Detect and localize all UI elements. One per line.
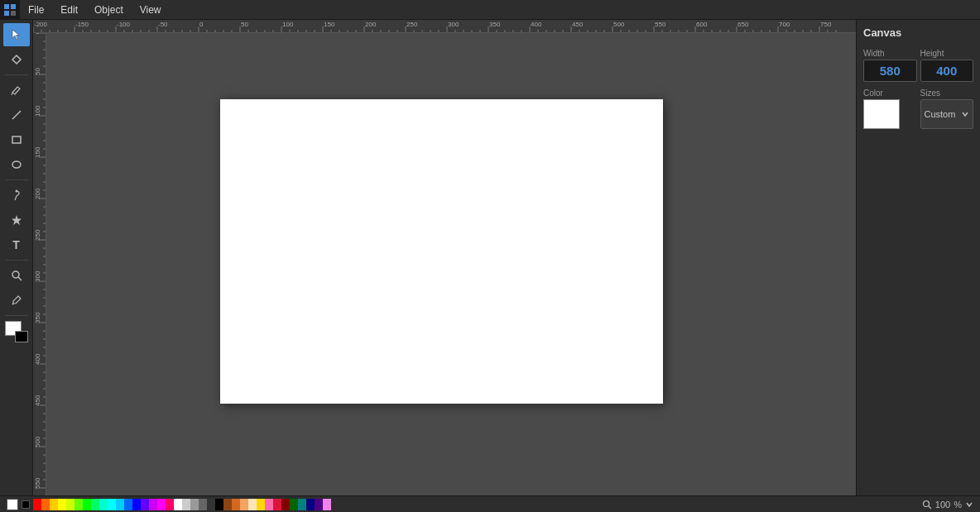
svg-marker-4 xyxy=(12,30,19,40)
height-value[interactable]: 400 xyxy=(920,60,974,82)
pencil-tool[interactable] xyxy=(3,79,30,102)
select-tool[interactable] xyxy=(3,23,30,46)
height-label: Height xyxy=(920,49,974,58)
fg-indicator xyxy=(7,499,18,510)
star-tool[interactable] xyxy=(3,208,30,232)
color-palette xyxy=(33,499,331,510)
svg-line-13 xyxy=(18,277,22,280)
rect-tool[interactable] xyxy=(3,128,30,151)
menu-view[interactable]: View xyxy=(132,0,170,19)
zoom-chevron-icon xyxy=(965,500,973,509)
ellipse-tool[interactable] xyxy=(3,153,30,176)
palette-color[interactable] xyxy=(132,499,141,510)
palette-color[interactable] xyxy=(265,499,273,510)
palette-color[interactable] xyxy=(199,499,207,510)
canvas-row xyxy=(33,33,856,495)
palette-color[interactable] xyxy=(174,499,182,510)
svg-rect-0 xyxy=(4,4,9,9)
palette-color[interactable] xyxy=(207,499,215,510)
tool-divider-4 xyxy=(5,315,28,316)
palette-color[interactable] xyxy=(124,499,132,510)
bottom-bar: 100 % xyxy=(0,495,980,512)
palette-color[interactable] xyxy=(149,499,157,510)
node-tool[interactable] xyxy=(3,48,30,71)
zoom-tool[interactable] xyxy=(3,264,30,287)
sizes-label: Sizes xyxy=(920,89,974,98)
app-icon xyxy=(0,0,20,20)
width-value[interactable]: 580 xyxy=(863,60,917,82)
palette-color[interactable] xyxy=(248,499,257,510)
color-swatch-tool[interactable] xyxy=(5,321,28,342)
palette-color[interactable] xyxy=(273,499,281,510)
color-label: Color xyxy=(863,89,917,98)
background-color[interactable] xyxy=(15,331,28,342)
palette-color[interactable] xyxy=(157,499,166,510)
svg-marker-5 xyxy=(12,55,21,64)
tool-divider-3 xyxy=(5,260,28,261)
palette-color[interactable] xyxy=(33,499,41,510)
pen-tool[interactable] xyxy=(3,184,30,207)
palette-color[interactable] xyxy=(116,499,124,510)
zoom-level: 100 xyxy=(935,500,950,510)
palette-color[interactable] xyxy=(257,499,265,510)
menu-bar: File Edit Object View xyxy=(0,0,980,20)
palette-color[interactable] xyxy=(240,499,248,510)
palette-color[interactable] xyxy=(66,499,74,510)
canvas-area xyxy=(33,20,856,495)
palette-color[interactable] xyxy=(50,499,58,510)
canvas-viewport[interactable] xyxy=(46,33,856,495)
svg-point-14 xyxy=(12,304,13,305)
dropper-tool[interactable] xyxy=(3,289,30,312)
svg-rect-8 xyxy=(12,136,21,143)
main-area: T xyxy=(0,20,980,495)
svg-line-16 xyxy=(928,505,931,509)
palette-color[interactable] xyxy=(215,499,223,510)
palette-color[interactable] xyxy=(58,499,66,510)
svg-marker-11 xyxy=(12,215,22,225)
palette-color[interactable] xyxy=(223,499,232,510)
sizes-group: Sizes Custom xyxy=(920,89,974,129)
tool-divider-2 xyxy=(5,179,28,180)
sizes-dropdown[interactable]: Custom xyxy=(920,99,974,129)
palette-color[interactable] xyxy=(99,499,108,510)
menu-edit[interactable]: Edit xyxy=(52,0,86,19)
height-group: Height 400 xyxy=(920,49,974,82)
color-group: Color xyxy=(863,89,917,129)
palette-color[interactable] xyxy=(306,499,315,510)
ruler-top xyxy=(33,20,856,33)
palette-color[interactable] xyxy=(166,499,174,510)
menu-file[interactable]: File xyxy=(20,0,52,19)
svg-rect-2 xyxy=(4,11,9,16)
palette-color[interactable] xyxy=(91,499,99,510)
palette-color[interactable] xyxy=(323,499,331,510)
svg-rect-3 xyxy=(11,11,16,16)
palette-color[interactable] xyxy=(281,499,290,510)
palette-color[interactable] xyxy=(290,499,298,510)
palette-color[interactable] xyxy=(74,499,83,510)
canvas-color-swatch[interactable] xyxy=(863,99,900,129)
line-tool[interactable] xyxy=(3,103,30,127)
text-tool[interactable]: T xyxy=(3,233,30,256)
menu-object[interactable]: Object xyxy=(86,0,132,19)
chevron-down-icon xyxy=(961,110,969,118)
palette-color[interactable] xyxy=(83,499,91,510)
zoom-control[interactable]: 100 % xyxy=(922,500,973,510)
svg-point-10 xyxy=(15,190,17,193)
panel-title: Canvas xyxy=(863,26,973,39)
palette-color[interactable] xyxy=(315,499,323,510)
svg-point-15 xyxy=(923,500,929,506)
svg-point-9 xyxy=(12,161,21,168)
zoom-percent: % xyxy=(954,500,962,510)
palette-color[interactable] xyxy=(298,499,306,510)
palette-color[interactable] xyxy=(108,499,116,510)
right-panel: Canvas Width 580 Height 400 Color Sizes … xyxy=(856,20,980,495)
bg-indicator xyxy=(22,500,30,509)
sizes-value: Custom xyxy=(925,109,956,119)
palette-color[interactable] xyxy=(182,499,190,510)
palette-color[interactable] xyxy=(41,499,50,510)
palette-color[interactable] xyxy=(190,499,199,510)
width-group: Width 580 xyxy=(863,49,917,82)
palette-color[interactable] xyxy=(232,499,240,510)
svg-line-6 xyxy=(12,93,12,95)
palette-color[interactable] xyxy=(141,499,149,510)
